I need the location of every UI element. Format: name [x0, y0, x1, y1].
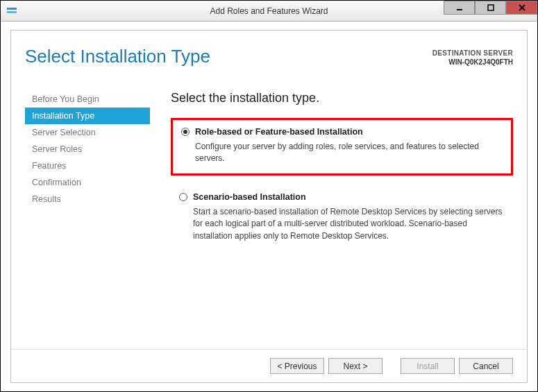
- svg-rect-1: [7, 11, 17, 13]
- main-panel: Select the installation type. Role-based…: [150, 91, 527, 260]
- option-desc: Configure your server by adding roles, r…: [195, 141, 503, 165]
- radio-icon[interactable]: [179, 193, 187, 201]
- sidebar-item-before-you-begin[interactable]: Before You Begin: [25, 91, 150, 108]
- sidebar: Before You Begin Installation Type Serve…: [11, 91, 150, 260]
- destination-name: WIN-Q0K2J4Q0FTH: [432, 58, 513, 67]
- option-scenario-based[interactable]: Scenario-based Installation Start a scen…: [171, 185, 513, 250]
- window-controls: [444, 1, 537, 21]
- sidebar-item-server-selection[interactable]: Server Selection: [25, 124, 150, 141]
- footer: < Previous Next > Install Cancel: [11, 349, 527, 382]
- content-wrap: Select Installation Type DESTINATION SER…: [1, 22, 537, 391]
- sidebar-item-features[interactable]: Features: [25, 157, 150, 174]
- destination-block: DESTINATION SERVER WIN-Q0K2J4Q0FTH: [432, 46, 513, 67]
- maximize-button[interactable]: [475, 1, 506, 15]
- sidebar-item-server-roles[interactable]: Server Roles: [25, 141, 150, 157]
- main-heading: Select the installation type.: [171, 91, 513, 105]
- wizard-icon: [6, 6, 17, 17]
- option-title: Role-based or Feature-based Installation: [195, 127, 363, 137]
- radio-icon[interactable]: [181, 128, 190, 136]
- page-title: Select Installation Type: [25, 46, 210, 67]
- previous-button[interactable]: < Previous: [270, 358, 324, 374]
- window-title: Add Roles and Features Wizard: [210, 6, 328, 16]
- destination-label: DESTINATION SERVER: [432, 49, 513, 58]
- option-role-based[interactable]: Role-based or Feature-based Installation…: [171, 118, 513, 176]
- sidebar-item-installation-type[interactable]: Installation Type: [25, 108, 150, 124]
- minimize-button[interactable]: [444, 1, 475, 15]
- sidebar-item-confirmation[interactable]: Confirmation: [25, 174, 150, 191]
- install-button[interactable]: Install: [401, 358, 455, 374]
- body-row: Before You Begin Installation Type Serve…: [11, 67, 527, 260]
- content-inner: Select Installation Type DESTINATION SER…: [10, 30, 528, 383]
- svg-rect-0: [7, 8, 17, 10]
- option-title: Scenario-based Installation: [193, 192, 306, 202]
- svg-rect-3: [488, 5, 494, 10]
- titlebar: Add Roles and Features Wizard: [1, 1, 537, 22]
- radio-row: Role-based or Feature-based Installation: [181, 127, 503, 137]
- sidebar-item-results[interactable]: Results: [25, 191, 150, 207]
- next-button[interactable]: Next >: [328, 358, 383, 374]
- close-button[interactable]: [506, 1, 537, 15]
- option-desc: Start a scenario-based installation of R…: [193, 206, 505, 242]
- radio-row: Scenario-based Installation: [179, 192, 505, 202]
- header-row: Select Installation Type DESTINATION SER…: [11, 31, 527, 67]
- cancel-button[interactable]: Cancel: [459, 358, 513, 374]
